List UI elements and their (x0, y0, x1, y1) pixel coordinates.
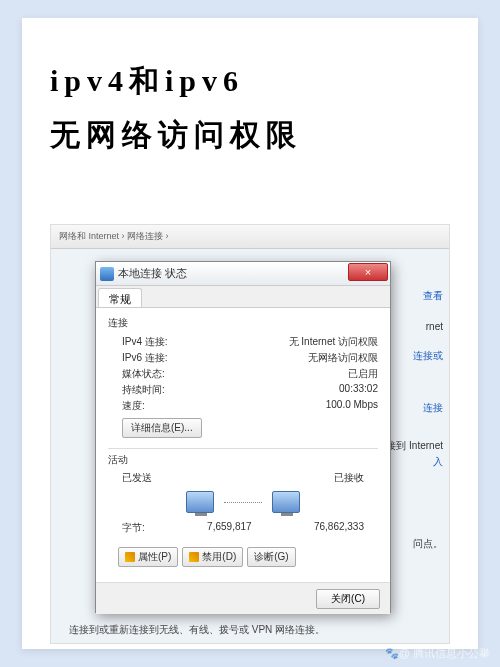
activity-section: 活动 已发送 已接收 字节: 7,659,817 76,862,333 (108, 453, 378, 537)
dialog-body: 连接 IPv4 连接: 无 Internet 访问权限 IPv6 连接: 无网络… (96, 308, 390, 582)
activity-labels: 已发送 已接收 (108, 471, 378, 485)
bg-link-internet: rnet (426, 321, 443, 332)
bg-link-conn[interactable]: 连接或 (413, 349, 443, 363)
properties-button[interactable]: 属性(P) (118, 547, 178, 567)
ipv4-value: 无 Internet 访问权限 (289, 335, 378, 349)
media-label: 媒体状态: (122, 367, 165, 381)
bytes-sent: 7,659,817 (207, 521, 252, 535)
properties-label: 属性(P) (138, 550, 171, 564)
tab-general[interactable]: 常规 (98, 288, 142, 307)
button-row: 属性(P) 禁用(D) 诊断(G) (108, 547, 378, 567)
ipv4-label: IPv4 连接: (122, 335, 168, 349)
shield-icon (125, 552, 135, 562)
screenshot-container: 网络和 Internet › 网络连接 › 查看 rnet 连接或 连接 连接到… (50, 224, 450, 644)
bg-link-view[interactable]: 查看 (423, 289, 443, 303)
diagnose-label: 诊断(G) (254, 550, 288, 564)
recv-label: 已接收 (334, 471, 364, 485)
bg-link-join[interactable]: 入 (433, 455, 443, 469)
ipv6-row: IPv6 连接: 无网络访问权限 (108, 350, 378, 366)
bg-link-conn2[interactable]: 连接 (423, 401, 443, 415)
duration-value: 00:33:02 (339, 383, 378, 397)
shield-icon (189, 552, 199, 562)
bytes-row: 字节: 7,659,817 76,862,333 (108, 519, 378, 537)
connection-header: 连接 (108, 316, 378, 330)
link-line (224, 502, 262, 503)
activity-header: 活动 (108, 453, 378, 467)
status-dialog: 本地连接 状态 × 常规 连接 IPv4 连接: 无 Internet 访问权限… (95, 261, 391, 613)
sent-label: 已发送 (122, 471, 152, 485)
ipv6-value: 无网络访问权限 (308, 351, 378, 365)
bottom-caption: 连接到或重新连接到无线、有线、拨号或 VPN 网络连接。 (69, 623, 325, 637)
dialog-title: 本地连接 状态 (118, 266, 187, 281)
title-line-1: ipv4和ipv6 (50, 54, 450, 108)
disable-label: 禁用(D) (202, 550, 236, 564)
speed-value: 100.0 Mbps (326, 399, 378, 413)
title-line-2: 无网络访问权限 (50, 108, 450, 162)
dialog-titlebar[interactable]: 本地连接 状态 × (96, 262, 390, 286)
article-title: ipv4和ipv6 无网络访问权限 (22, 18, 478, 162)
media-row: 媒体状态: 已启用 (108, 366, 378, 382)
close-dialog-button[interactable]: 关闭(C) (316, 589, 380, 609)
bg-link-dot: 问点。 (413, 537, 443, 551)
media-value: 已启用 (348, 367, 378, 381)
watermark: 🐾@ 腾讯信息小公举 (385, 646, 490, 661)
bytes-recv: 76,862,333 (314, 521, 364, 535)
tab-strip: 常规 (96, 286, 390, 308)
speed-label: 速度: (122, 399, 145, 413)
bytes-label: 字节: (122, 521, 145, 535)
pc-icon-left (186, 491, 214, 513)
network-icon (100, 267, 114, 281)
article-card: ipv4和ipv6 无网络访问权限 网络和 Internet › 网络连接 › … (22, 18, 478, 649)
divider (108, 448, 378, 449)
pc-icon-right (272, 491, 300, 513)
activity-graphic (108, 491, 378, 513)
disable-button[interactable]: 禁用(D) (182, 547, 243, 567)
dialog-footer: 关闭(C) (96, 582, 390, 614)
duration-row: 持续时间: 00:33:02 (108, 382, 378, 398)
speed-row: 速度: 100.0 Mbps (108, 398, 378, 414)
ipv4-row: IPv4 连接: 无 Internet 访问权限 (108, 334, 378, 350)
diagnose-button[interactable]: 诊断(G) (247, 547, 295, 567)
background-toolbar: 网络和 Internet › 网络连接 › (51, 225, 449, 249)
duration-label: 持续时间: (122, 383, 165, 397)
close-button[interactable]: × (348, 263, 388, 281)
ipv6-label: IPv6 连接: (122, 351, 168, 365)
details-button[interactable]: 详细信息(E)... (122, 418, 202, 438)
